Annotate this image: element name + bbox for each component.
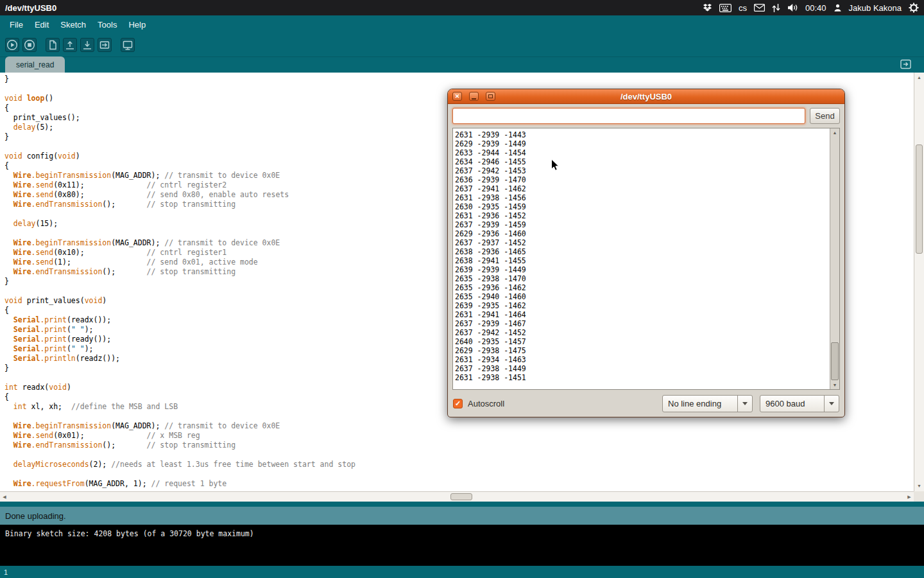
line-ending-dropdown[interactable]: No line ending xyxy=(662,395,753,412)
code-line: delay(5); xyxy=(4,123,355,132)
clock[interactable]: 00:40 xyxy=(805,3,826,13)
scroll-down-icon[interactable]: ▼ xyxy=(914,484,924,489)
close-button[interactable]: ✕ xyxy=(452,92,462,101)
save-sketch-button[interactable] xyxy=(80,38,94,52)
scroll-up-icon[interactable]: ▲ xyxy=(830,128,839,137)
serial-output-line: 2631 -2934 -1463 xyxy=(455,355,828,364)
code-line: } xyxy=(4,363,355,373)
tab-bar: serial_read xyxy=(0,57,924,73)
session-gear-icon[interactable] xyxy=(909,3,919,13)
code-line: delayMicroseconds(2); //needs at least 1… xyxy=(4,460,355,469)
serial-output-line: 2637 -2941 -1462 xyxy=(455,184,828,193)
serial-output-line: 2633 -2944 -1454 xyxy=(455,148,828,157)
stop-button[interactable] xyxy=(22,38,37,52)
menu-item-edit[interactable]: Edit xyxy=(29,17,55,33)
user-name[interactable]: Jakub Kakona xyxy=(849,3,902,13)
serial-monitor-title: /dev/ttyUSB0 xyxy=(448,92,844,101)
serial-monitor-icon xyxy=(122,39,133,51)
scroll-down-icon[interactable]: ▼ xyxy=(830,381,839,389)
toolbar xyxy=(0,33,924,57)
serial-output-line: 2634 -2946 -1455 xyxy=(455,157,828,166)
menu-item-file[interactable]: File xyxy=(4,17,29,33)
baud-rate-dropdown[interactable]: 9600 baud xyxy=(760,395,839,412)
maximize-button[interactable] xyxy=(486,92,495,101)
code-line: Serial.print(ready()); xyxy=(4,335,355,344)
tab-menu-button[interactable] xyxy=(900,60,912,71)
autoscroll-checkbox[interactable]: ✓ xyxy=(453,399,463,408)
serial-output[interactable]: 2631 -2939 -14432629 -2939 -14492633 -29… xyxy=(452,128,840,390)
serial-input[interactable] xyxy=(452,108,805,124)
volume-icon[interactable] xyxy=(787,3,798,12)
code-line: Wire.endTransmission(); // stop transmit… xyxy=(4,267,355,277)
horizontal-scroll-thumb[interactable] xyxy=(450,493,472,500)
stop-circle-icon xyxy=(24,39,35,51)
code-area: } void loop(){ print_values(); delay(5);… xyxy=(4,74,355,489)
code-line xyxy=(4,142,355,152)
editor-horizontal-scrollbar[interactable]: ◀ ▶ xyxy=(0,491,914,502)
serial-output-line: 2631 -2938 -1456 xyxy=(455,193,828,202)
code-line: Wire.send(1); // send 0x01, active mode xyxy=(4,258,355,267)
minimize-button[interactable] xyxy=(469,92,479,101)
console-output: Binary sketch size: 4208 bytes (of a 307… xyxy=(0,525,924,566)
vertical-scroll-thumb[interactable] xyxy=(916,144,923,254)
serial-output-line: 2637 -2939 -1467 xyxy=(455,319,828,328)
menu-item-tools[interactable]: Tools xyxy=(92,17,123,33)
code-line: void loop() xyxy=(4,94,355,103)
sync-arrows-icon[interactable] xyxy=(772,3,780,13)
code-line xyxy=(4,469,355,479)
user-icon[interactable] xyxy=(834,3,842,12)
serial-output-line: 2639 -2939 -1449 xyxy=(455,265,828,274)
open-sketch-button[interactable] xyxy=(63,38,77,52)
verify-button[interactable] xyxy=(5,38,19,52)
serial-output-line: 2637 -2942 -1452 xyxy=(455,328,828,337)
code-line: Wire.beginTransmission(MAG_ADDR); // tra… xyxy=(4,238,355,248)
upload-button[interactable] xyxy=(98,38,112,52)
editor-vertical-scrollbar[interactable]: ▲ ▼ xyxy=(914,73,924,491)
serial-output-line: 2629 -2936 -1460 xyxy=(455,229,828,238)
code-line: { xyxy=(4,392,355,402)
mail-icon[interactable] xyxy=(754,4,765,12)
code-line: int readx(void) xyxy=(4,383,355,392)
send-button[interactable]: Send xyxy=(810,108,840,124)
serial-output-line: 2637 -2939 -1459 xyxy=(455,220,828,229)
tab-label: serial_read xyxy=(16,60,54,69)
tab-serial-read[interactable]: serial_read xyxy=(5,57,65,73)
new-sketch-button[interactable] xyxy=(46,38,60,52)
play-circle-icon xyxy=(6,39,18,51)
code-line: } xyxy=(4,132,355,142)
top-panel: /dev/ttyUSB0 cs 00:40 Jakub Kakona xyxy=(0,0,924,15)
serial-output-line: 2631 -2941 -1464 xyxy=(455,310,828,319)
serial-output-line: 2637 -2942 -1453 xyxy=(455,166,828,175)
chevron-down-icon[interactable] xyxy=(737,396,752,412)
scroll-right-icon[interactable]: ▶ xyxy=(905,492,914,502)
line-ending-value: No line ending xyxy=(663,399,737,408)
keyboard-layout-label[interactable]: cs xyxy=(739,3,747,13)
serial-scroll-thumb[interactable] xyxy=(831,342,839,380)
code-line: void print_values(void) xyxy=(4,296,355,306)
dropbox-icon[interactable] xyxy=(703,3,712,13)
code-line: Serial.print(" "); xyxy=(4,325,355,335)
status-strip xyxy=(0,502,924,507)
scroll-left-icon[interactable]: ◀ xyxy=(0,492,9,502)
keyboard-layout-icon[interactable] xyxy=(719,4,732,12)
code-line xyxy=(4,229,355,238)
code-line xyxy=(4,286,355,296)
serial-output-line: 2631 -2939 -1443 xyxy=(455,130,828,139)
code-line: Wire.endTransmission(); // stop transmit… xyxy=(4,441,355,450)
scroll-up-icon[interactable]: ▲ xyxy=(914,75,924,80)
window-controls: ✕ xyxy=(452,92,495,101)
serial-output-line: 2636 -2939 -1470 xyxy=(455,175,828,184)
check-icon: ✓ xyxy=(455,399,461,408)
code-line: void config(void) xyxy=(4,152,355,161)
menu-item-sketch[interactable]: Sketch xyxy=(55,17,92,33)
menu-item-help[interactable]: Help xyxy=(123,17,151,33)
serial-scrollbar[interactable]: ▲ ▼ xyxy=(830,128,839,389)
serial-monitor-button[interactable] xyxy=(121,38,135,52)
serial-monitor-titlebar[interactable]: /dev/ttyUSB0 ✕ xyxy=(448,89,844,104)
code-line xyxy=(4,84,355,94)
code-line: Wire.beginTransmission(MAG_ADDR); // tra… xyxy=(4,171,355,180)
serial-output-line: 2631 -2938 -1451 xyxy=(455,373,828,382)
baud-rate-value: 9600 baud xyxy=(760,399,824,408)
code-line: Wire.send(0x10); // cntrl register1 xyxy=(4,248,355,258)
chevron-down-icon[interactable] xyxy=(824,396,839,412)
